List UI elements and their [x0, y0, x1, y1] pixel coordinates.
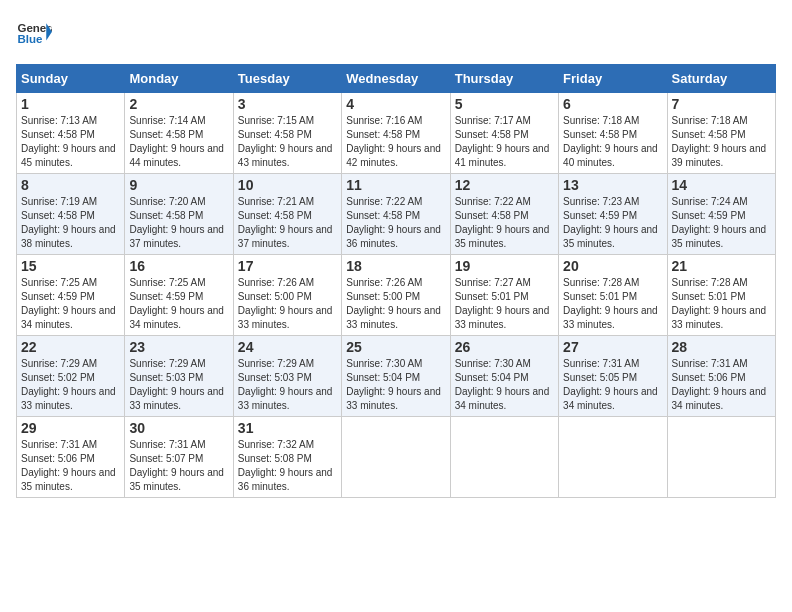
cell-info: Sunrise: 7:26 AMSunset: 5:00 PMDaylight:… — [238, 277, 333, 330]
header: General Blue — [16, 16, 776, 52]
calendar-cell: 2 Sunrise: 7:14 AMSunset: 4:58 PMDayligh… — [125, 93, 233, 174]
cell-info: Sunrise: 7:13 AMSunset: 4:58 PMDaylight:… — [21, 115, 116, 168]
calendar-cell: 12 Sunrise: 7:22 AMSunset: 4:58 PMDaylig… — [450, 174, 558, 255]
header-sunday: Sunday — [17, 65, 125, 93]
day-number: 16 — [129, 258, 228, 274]
calendar-cell: 31 Sunrise: 7:32 AMSunset: 5:08 PMDaylig… — [233, 417, 341, 498]
cell-info: Sunrise: 7:28 AMSunset: 5:01 PMDaylight:… — [672, 277, 767, 330]
day-number: 5 — [455, 96, 554, 112]
cell-info: Sunrise: 7:17 AMSunset: 4:58 PMDaylight:… — [455, 115, 550, 168]
day-number: 14 — [672, 177, 771, 193]
day-number: 27 — [563, 339, 662, 355]
calendar-week-2: 8 Sunrise: 7:19 AMSunset: 4:58 PMDayligh… — [17, 174, 776, 255]
day-number: 17 — [238, 258, 337, 274]
calendar-cell: 25 Sunrise: 7:30 AMSunset: 5:04 PMDaylig… — [342, 336, 450, 417]
cell-info: Sunrise: 7:31 AMSunset: 5:07 PMDaylight:… — [129, 439, 224, 492]
day-number: 18 — [346, 258, 445, 274]
cell-info: Sunrise: 7:32 AMSunset: 5:08 PMDaylight:… — [238, 439, 333, 492]
cell-info: Sunrise: 7:31 AMSunset: 5:05 PMDaylight:… — [563, 358, 658, 411]
cell-info: Sunrise: 7:27 AMSunset: 5:01 PMDaylight:… — [455, 277, 550, 330]
calendar-table: SundayMondayTuesdayWednesdayThursdayFrid… — [16, 64, 776, 498]
day-number: 25 — [346, 339, 445, 355]
calendar-cell: 13 Sunrise: 7:23 AMSunset: 4:59 PMDaylig… — [559, 174, 667, 255]
day-number: 12 — [455, 177, 554, 193]
cell-info: Sunrise: 7:20 AMSunset: 4:58 PMDaylight:… — [129, 196, 224, 249]
day-number: 24 — [238, 339, 337, 355]
cell-info: Sunrise: 7:22 AMSunset: 4:58 PMDaylight:… — [346, 196, 441, 249]
calendar-cell: 28 Sunrise: 7:31 AMSunset: 5:06 PMDaylig… — [667, 336, 775, 417]
day-number: 10 — [238, 177, 337, 193]
calendar-cell: 11 Sunrise: 7:22 AMSunset: 4:58 PMDaylig… — [342, 174, 450, 255]
header-friday: Friday — [559, 65, 667, 93]
cell-info: Sunrise: 7:29 AMSunset: 5:03 PMDaylight:… — [129, 358, 224, 411]
day-number: 28 — [672, 339, 771, 355]
cell-info: Sunrise: 7:30 AMSunset: 5:04 PMDaylight:… — [346, 358, 441, 411]
calendar-cell — [342, 417, 450, 498]
calendar-cell: 22 Sunrise: 7:29 AMSunset: 5:02 PMDaylig… — [17, 336, 125, 417]
calendar-cell: 19 Sunrise: 7:27 AMSunset: 5:01 PMDaylig… — [450, 255, 558, 336]
calendar-cell: 24 Sunrise: 7:29 AMSunset: 5:03 PMDaylig… — [233, 336, 341, 417]
day-number: 6 — [563, 96, 662, 112]
cell-info: Sunrise: 7:15 AMSunset: 4:58 PMDaylight:… — [238, 115, 333, 168]
day-number: 15 — [21, 258, 120, 274]
page-container: General Blue SundayMondayTuesdayWednesda… — [0, 0, 792, 506]
cell-info: Sunrise: 7:25 AMSunset: 4:59 PMDaylight:… — [21, 277, 116, 330]
calendar-cell: 8 Sunrise: 7:19 AMSunset: 4:58 PMDayligh… — [17, 174, 125, 255]
calendar-cell: 29 Sunrise: 7:31 AMSunset: 5:06 PMDaylig… — [17, 417, 125, 498]
calendar-cell: 15 Sunrise: 7:25 AMSunset: 4:59 PMDaylig… — [17, 255, 125, 336]
calendar-cell: 18 Sunrise: 7:26 AMSunset: 5:00 PMDaylig… — [342, 255, 450, 336]
day-number: 23 — [129, 339, 228, 355]
cell-info: Sunrise: 7:25 AMSunset: 4:59 PMDaylight:… — [129, 277, 224, 330]
calendar-cell: 23 Sunrise: 7:29 AMSunset: 5:03 PMDaylig… — [125, 336, 233, 417]
calendar-cell: 20 Sunrise: 7:28 AMSunset: 5:01 PMDaylig… — [559, 255, 667, 336]
calendar-cell — [450, 417, 558, 498]
cell-info: Sunrise: 7:30 AMSunset: 5:04 PMDaylight:… — [455, 358, 550, 411]
cell-info: Sunrise: 7:23 AMSunset: 4:59 PMDaylight:… — [563, 196, 658, 249]
cell-info: Sunrise: 7:21 AMSunset: 4:58 PMDaylight:… — [238, 196, 333, 249]
calendar-cell: 1 Sunrise: 7:13 AMSunset: 4:58 PMDayligh… — [17, 93, 125, 174]
calendar-week-3: 15 Sunrise: 7:25 AMSunset: 4:59 PMDaylig… — [17, 255, 776, 336]
cell-info: Sunrise: 7:31 AMSunset: 5:06 PMDaylight:… — [21, 439, 116, 492]
header-saturday: Saturday — [667, 65, 775, 93]
calendar-cell: 5 Sunrise: 7:17 AMSunset: 4:58 PMDayligh… — [450, 93, 558, 174]
logo-icon: General Blue — [16, 16, 52, 52]
cell-info: Sunrise: 7:19 AMSunset: 4:58 PMDaylight:… — [21, 196, 116, 249]
day-number: 26 — [455, 339, 554, 355]
calendar-cell: 9 Sunrise: 7:20 AMSunset: 4:58 PMDayligh… — [125, 174, 233, 255]
cell-info: Sunrise: 7:18 AMSunset: 4:58 PMDaylight:… — [672, 115, 767, 168]
cell-info: Sunrise: 7:26 AMSunset: 5:00 PMDaylight:… — [346, 277, 441, 330]
calendar-cell: 7 Sunrise: 7:18 AMSunset: 4:58 PMDayligh… — [667, 93, 775, 174]
cell-info: Sunrise: 7:14 AMSunset: 4:58 PMDaylight:… — [129, 115, 224, 168]
day-number: 2 — [129, 96, 228, 112]
calendar-week-4: 22 Sunrise: 7:29 AMSunset: 5:02 PMDaylig… — [17, 336, 776, 417]
cell-info: Sunrise: 7:29 AMSunset: 5:02 PMDaylight:… — [21, 358, 116, 411]
day-number: 3 — [238, 96, 337, 112]
calendar-cell: 17 Sunrise: 7:26 AMSunset: 5:00 PMDaylig… — [233, 255, 341, 336]
calendar-cell: 16 Sunrise: 7:25 AMSunset: 4:59 PMDaylig… — [125, 255, 233, 336]
day-number: 30 — [129, 420, 228, 436]
cell-info: Sunrise: 7:24 AMSunset: 4:59 PMDaylight:… — [672, 196, 767, 249]
calendar-week-1: 1 Sunrise: 7:13 AMSunset: 4:58 PMDayligh… — [17, 93, 776, 174]
calendar-cell: 10 Sunrise: 7:21 AMSunset: 4:58 PMDaylig… — [233, 174, 341, 255]
day-number: 22 — [21, 339, 120, 355]
cell-info: Sunrise: 7:28 AMSunset: 5:01 PMDaylight:… — [563, 277, 658, 330]
calendar-cell: 26 Sunrise: 7:30 AMSunset: 5:04 PMDaylig… — [450, 336, 558, 417]
header-wednesday: Wednesday — [342, 65, 450, 93]
calendar-cell: 21 Sunrise: 7:28 AMSunset: 5:01 PMDaylig… — [667, 255, 775, 336]
calendar-week-5: 29 Sunrise: 7:31 AMSunset: 5:06 PMDaylig… — [17, 417, 776, 498]
day-number: 31 — [238, 420, 337, 436]
cell-info: Sunrise: 7:31 AMSunset: 5:06 PMDaylight:… — [672, 358, 767, 411]
day-number: 9 — [129, 177, 228, 193]
calendar-cell — [667, 417, 775, 498]
day-number: 19 — [455, 258, 554, 274]
calendar-cell: 4 Sunrise: 7:16 AMSunset: 4:58 PMDayligh… — [342, 93, 450, 174]
header-thursday: Thursday — [450, 65, 558, 93]
calendar-cell: 3 Sunrise: 7:15 AMSunset: 4:58 PMDayligh… — [233, 93, 341, 174]
calendar-cell: 6 Sunrise: 7:18 AMSunset: 4:58 PMDayligh… — [559, 93, 667, 174]
cell-info: Sunrise: 7:18 AMSunset: 4:58 PMDaylight:… — [563, 115, 658, 168]
calendar-header-row: SundayMondayTuesdayWednesdayThursdayFrid… — [17, 65, 776, 93]
day-number: 4 — [346, 96, 445, 112]
day-number: 1 — [21, 96, 120, 112]
day-number: 20 — [563, 258, 662, 274]
calendar-cell: 30 Sunrise: 7:31 AMSunset: 5:07 PMDaylig… — [125, 417, 233, 498]
